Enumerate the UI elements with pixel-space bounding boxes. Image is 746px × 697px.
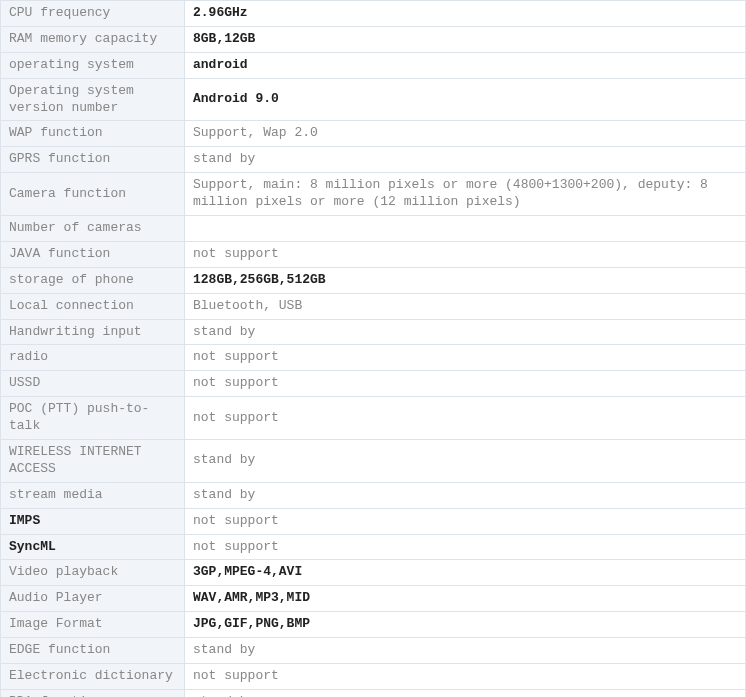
spec-value: stand by [185, 147, 746, 173]
spec-value: not support [185, 345, 746, 371]
spec-label: RAM memory capacity [1, 26, 185, 52]
spec-label: WAP function [1, 121, 185, 147]
spec-value: stand by [185, 689, 746, 697]
spec-label: JAVA function [1, 241, 185, 267]
table-row: Image FormatJPG,GIF,PNG,BMP [1, 612, 746, 638]
spec-label: radio [1, 345, 185, 371]
spec-label: Image Format [1, 612, 185, 638]
spec-value: WAV,AMR,MP3,MID [185, 586, 746, 612]
table-row: POC (PTT) push-to-talknot support [1, 397, 746, 440]
table-row: USSDnot support [1, 371, 746, 397]
table-row: Handwriting inputstand by [1, 319, 746, 345]
spec-label: POC (PTT) push-to-talk [1, 397, 185, 440]
spec-label: SyncML [1, 534, 185, 560]
spec-value: stand by [185, 638, 746, 664]
specs-tbody: CPU frequency2.96GHzRAM memory capacity8… [1, 1, 746, 698]
spec-label: EDGE function [1, 638, 185, 664]
spec-value [185, 216, 746, 242]
table-row: Audio PlayerWAV,AMR,MP3,MID [1, 586, 746, 612]
spec-value: Android 9.0 [185, 78, 746, 121]
table-row: Operating system version numberAndroid 9… [1, 78, 746, 121]
spec-value: Support, Wap 2.0 [185, 121, 746, 147]
table-row: JAVA functionnot support [1, 241, 746, 267]
spec-value: 2.96GHz [185, 1, 746, 27]
table-row: Number of cameras [1, 216, 746, 242]
spec-value: 8GB,12GB [185, 26, 746, 52]
spec-value: not support [185, 241, 746, 267]
spec-value: not support [185, 534, 746, 560]
table-row: EDGE functionstand by [1, 638, 746, 664]
table-row: Electronic dictionarynot support [1, 664, 746, 690]
table-row: Video playback3GP,MPEG-4,AVI [1, 560, 746, 586]
table-row: PDA functionstand by [1, 689, 746, 697]
table-row: WIRELESS INTERNET ACCESSstand by [1, 440, 746, 483]
spec-label: Number of cameras [1, 216, 185, 242]
spec-label: WIRELESS INTERNET ACCESS [1, 440, 185, 483]
spec-label: GPRS function [1, 147, 185, 173]
table-row: GPRS functionstand by [1, 147, 746, 173]
spec-label: storage of phone [1, 267, 185, 293]
spec-label: CPU frequency [1, 1, 185, 27]
spec-value: not support [185, 508, 746, 534]
spec-label: Camera function [1, 173, 185, 216]
spec-label: PDA function [1, 689, 185, 697]
table-row: Camera functionSupport, main: 8 million … [1, 173, 746, 216]
spec-value: Bluetooth, USB [185, 293, 746, 319]
specs-table: CPU frequency2.96GHzRAM memory capacity8… [0, 0, 746, 697]
table-row: operating systemandroid [1, 52, 746, 78]
spec-label: Audio Player [1, 586, 185, 612]
table-row: stream mediastand by [1, 482, 746, 508]
spec-value: Support, main: 8 million pixels or more … [185, 173, 746, 216]
spec-label: operating system [1, 52, 185, 78]
spec-label: Electronic dictionary [1, 664, 185, 690]
spec-label: Local connection [1, 293, 185, 319]
spec-value: 128GB,256GB,512GB [185, 267, 746, 293]
table-row: SyncMLnot support [1, 534, 746, 560]
spec-label: IMPS [1, 508, 185, 534]
table-row: CPU frequency2.96GHz [1, 1, 746, 27]
table-row: WAP functionSupport, Wap 2.0 [1, 121, 746, 147]
spec-label: USSD [1, 371, 185, 397]
spec-value: 3GP,MPEG-4,AVI [185, 560, 746, 586]
spec-value: stand by [185, 482, 746, 508]
table-row: RAM memory capacity8GB,12GB [1, 26, 746, 52]
spec-value: not support [185, 371, 746, 397]
spec-value: stand by [185, 319, 746, 345]
spec-label: stream media [1, 482, 185, 508]
spec-value: stand by [185, 440, 746, 483]
table-row: storage of phone128GB,256GB,512GB [1, 267, 746, 293]
spec-label: Handwriting input [1, 319, 185, 345]
table-row: IMPSnot support [1, 508, 746, 534]
spec-label: Operating system version number [1, 78, 185, 121]
spec-value: JPG,GIF,PNG,BMP [185, 612, 746, 638]
spec-value: not support [185, 664, 746, 690]
spec-value: not support [185, 397, 746, 440]
spec-label: Video playback [1, 560, 185, 586]
table-row: Local connectionBluetooth, USB [1, 293, 746, 319]
spec-value: android [185, 52, 746, 78]
table-row: radionot support [1, 345, 746, 371]
